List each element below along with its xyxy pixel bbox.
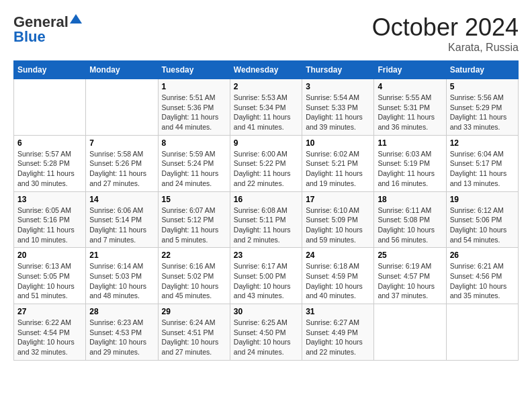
day-info: Sunrise: 5:53 AMSunset: 5:34 PMDaylight:… — [234, 93, 298, 132]
day-cell: 13Sunrise: 6:05 AMSunset: 5:16 PMDayligh… — [14, 191, 86, 248]
day-info: Sunrise: 6:04 AMSunset: 5:17 PMDaylight:… — [450, 149, 515, 189]
day-number: 19 — [450, 195, 515, 204]
day-number: 2 — [234, 82, 298, 91]
day-info: Sunrise: 6:25 AMSunset: 4:50 PMDaylight:… — [234, 318, 298, 357]
day-cell: 6Sunrise: 5:57 AMSunset: 5:28 PMDaylight… — [14, 135, 86, 191]
day-number: 27 — [17, 307, 82, 316]
day-number: 1 — [162, 82, 226, 91]
day-cell: 23Sunrise: 6:17 AMSunset: 5:00 PMDayligh… — [230, 248, 302, 304]
day-cell: 12Sunrise: 6:04 AMSunset: 5:17 PMDayligh… — [446, 135, 518, 191]
day-cell: 26Sunrise: 6:21 AMSunset: 4:56 PMDayligh… — [446, 248, 518, 304]
day-info: Sunrise: 6:22 AMSunset: 4:54 PMDaylight:… — [17, 318, 82, 357]
day-info: Sunrise: 5:54 AMSunset: 5:33 PMDaylight:… — [306, 93, 370, 132]
month-title: October 2024 — [372, 13, 519, 42]
day-number: 25 — [378, 250, 442, 260]
day-number: 3 — [306, 82, 370, 91]
day-cell — [14, 79, 86, 136]
day-info: Sunrise: 6:12 AMSunset: 5:06 PMDaylight:… — [450, 205, 515, 245]
day-cell: 18Sunrise: 6:11 AMSunset: 5:08 PMDayligh… — [374, 191, 446, 248]
day-number: 22 — [162, 250, 226, 260]
day-info: Sunrise: 5:51 AMSunset: 5:36 PMDaylight:… — [162, 93, 226, 132]
day-number: 26 — [450, 250, 515, 260]
day-cell: 16Sunrise: 6:08 AMSunset: 5:11 PMDayligh… — [230, 191, 302, 248]
day-cell: 17Sunrise: 6:10 AMSunset: 5:09 PMDayligh… — [302, 191, 374, 248]
day-info: Sunrise: 6:03 AMSunset: 5:19 PMDaylight:… — [378, 149, 442, 189]
day-info: Sunrise: 6:19 AMSunset: 4:57 PMDaylight:… — [378, 261, 442, 301]
day-cell — [446, 304, 518, 361]
location: Karata, Russia — [372, 42, 519, 54]
page-header: General Blue October 2024 Karata, Russia — [13, 13, 519, 54]
day-number: 16 — [234, 195, 298, 204]
day-number: 15 — [162, 195, 226, 204]
day-cell: 21Sunrise: 6:14 AMSunset: 5:03 PMDayligh… — [86, 248, 158, 304]
day-number: 9 — [234, 138, 298, 148]
day-info: Sunrise: 6:11 AMSunset: 5:08 PMDaylight:… — [378, 205, 442, 245]
day-cell: 28Sunrise: 6:23 AMSunset: 4:53 PMDayligh… — [86, 304, 158, 361]
col-header-monday: Monday — [86, 61, 158, 79]
week-row-4: 20Sunrise: 6:13 AMSunset: 5:05 PMDayligh… — [14, 248, 519, 304]
day-info: Sunrise: 6:24 AMSunset: 4:51 PMDaylight:… — [162, 318, 226, 357]
day-cell: 22Sunrise: 6:16 AMSunset: 5:02 PMDayligh… — [158, 248, 230, 304]
col-header-sunday: Sunday — [14, 61, 86, 79]
day-number: 30 — [234, 307, 298, 316]
day-info: Sunrise: 6:17 AMSunset: 5:00 PMDaylight:… — [234, 261, 298, 301]
week-row-2: 6Sunrise: 5:57 AMSunset: 5:28 PMDaylight… — [14, 135, 519, 191]
day-number: 8 — [162, 138, 226, 148]
day-number: 10 — [306, 138, 370, 148]
day-info: Sunrise: 5:57 AMSunset: 5:28 PMDaylight:… — [17, 149, 82, 189]
day-info: Sunrise: 6:13 AMSunset: 5:05 PMDaylight:… — [17, 261, 82, 301]
day-number: 17 — [306, 195, 370, 204]
day-cell: 15Sunrise: 6:07 AMSunset: 5:12 PMDayligh… — [158, 191, 230, 248]
day-cell: 20Sunrise: 6:13 AMSunset: 5:05 PMDayligh… — [14, 248, 86, 304]
day-info: Sunrise: 6:18 AMSunset: 4:59 PMDaylight:… — [306, 261, 370, 301]
day-number: 20 — [17, 250, 82, 260]
day-cell: 5Sunrise: 5:56 AMSunset: 5:29 PMDaylight… — [446, 79, 518, 136]
logo-bird-icon — [70, 14, 82, 28]
day-number: 28 — [89, 307, 154, 316]
day-info: Sunrise: 6:05 AMSunset: 5:16 PMDaylight:… — [17, 205, 82, 245]
day-info: Sunrise: 6:08 AMSunset: 5:11 PMDaylight:… — [234, 205, 298, 245]
day-number: 5 — [450, 82, 515, 91]
day-cell: 3Sunrise: 5:54 AMSunset: 5:33 PMDaylight… — [302, 79, 374, 136]
day-info: Sunrise: 6:00 AMSunset: 5:22 PMDaylight:… — [234, 149, 298, 189]
day-number: 7 — [89, 138, 154, 148]
day-cell: 9Sunrise: 6:00 AMSunset: 5:22 PMDaylight… — [230, 135, 302, 191]
logo-blue-text: Blue — [13, 28, 46, 46]
day-number: 13 — [17, 195, 82, 204]
day-info: Sunrise: 5:59 AMSunset: 5:24 PMDaylight:… — [162, 149, 226, 189]
day-number: 31 — [306, 307, 370, 316]
col-header-wednesday: Wednesday — [230, 61, 302, 79]
day-cell: 2Sunrise: 5:53 AMSunset: 5:34 PMDaylight… — [230, 79, 302, 136]
day-cell: 27Sunrise: 6:22 AMSunset: 4:54 PMDayligh… — [14, 304, 86, 361]
day-cell: 10Sunrise: 6:02 AMSunset: 5:21 PMDayligh… — [302, 135, 374, 191]
day-number: 4 — [378, 82, 442, 91]
day-number: 21 — [89, 250, 154, 260]
logo: General Blue — [13, 13, 82, 46]
day-info: Sunrise: 6:21 AMSunset: 4:56 PMDaylight:… — [450, 261, 515, 301]
week-row-1: 1Sunrise: 5:51 AMSunset: 5:36 PMDaylight… — [14, 79, 519, 136]
day-number: 23 — [234, 250, 298, 260]
day-number: 12 — [450, 138, 515, 148]
day-number: 18 — [378, 195, 442, 204]
day-number: 24 — [306, 250, 370, 260]
day-cell: 24Sunrise: 6:18 AMSunset: 4:59 PMDayligh… — [302, 248, 374, 304]
day-info: Sunrise: 6:16 AMSunset: 5:02 PMDaylight:… — [162, 261, 226, 301]
day-info: Sunrise: 6:23 AMSunset: 4:53 PMDaylight:… — [89, 318, 154, 357]
svg-marker-0 — [70, 14, 82, 24]
day-cell: 11Sunrise: 6:03 AMSunset: 5:19 PMDayligh… — [374, 135, 446, 191]
day-info: Sunrise: 6:02 AMSunset: 5:21 PMDaylight:… — [306, 149, 370, 189]
day-info: Sunrise: 5:58 AMSunset: 5:26 PMDaylight:… — [89, 149, 154, 189]
day-info: Sunrise: 6:10 AMSunset: 5:09 PMDaylight:… — [306, 205, 370, 245]
day-info: Sunrise: 6:27 AMSunset: 4:49 PMDaylight:… — [306, 318, 370, 357]
day-number: 11 — [378, 138, 442, 148]
day-info: Sunrise: 6:14 AMSunset: 5:03 PMDaylight:… — [89, 261, 154, 301]
col-header-friday: Friday — [374, 61, 446, 79]
day-cell — [374, 304, 446, 361]
title-block: October 2024 Karata, Russia — [372, 13, 519, 54]
calendar-header-row: SundayMondayTuesdayWednesdayThursdayFrid… — [14, 61, 519, 79]
day-cell: 1Sunrise: 5:51 AMSunset: 5:36 PMDaylight… — [158, 79, 230, 136]
day-info: Sunrise: 6:06 AMSunset: 5:14 PMDaylight:… — [89, 205, 154, 245]
day-cell: 25Sunrise: 6:19 AMSunset: 4:57 PMDayligh… — [374, 248, 446, 304]
day-info: Sunrise: 5:56 AMSunset: 5:29 PMDaylight:… — [450, 93, 515, 132]
day-info: Sunrise: 6:07 AMSunset: 5:12 PMDaylight:… — [162, 205, 226, 245]
